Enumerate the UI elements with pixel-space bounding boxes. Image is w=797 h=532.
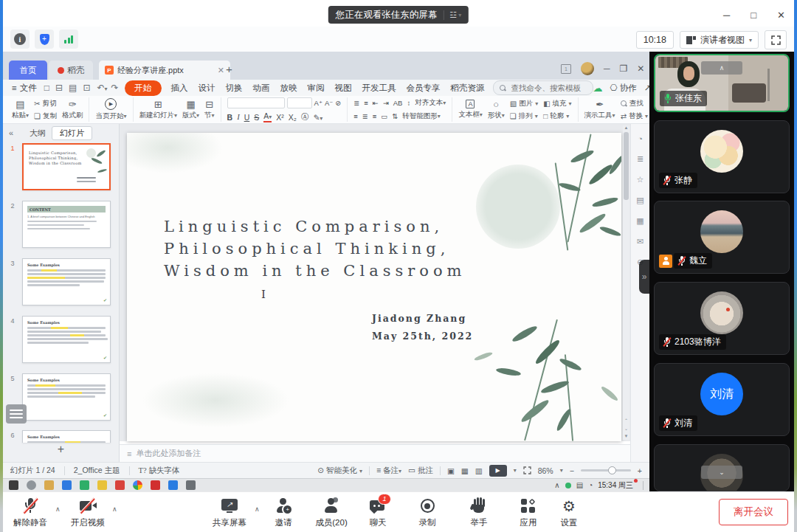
view-mode-selector[interactable]: 演讲者视图▾ (680, 31, 759, 49)
side-star-icon[interactable]: ☆ (637, 175, 644, 184)
slide-thumbnail-3[interactable]: Some Examples ✔ (22, 258, 111, 305)
taskbar-chrome-icon[interactable] (133, 480, 142, 490)
text-box-button[interactable]: A文本框▾ (458, 100, 483, 120)
indent-icon[interactable]: ⇥ (383, 99, 389, 107)
text-effect-button[interactable]: Ⓐ (301, 112, 309, 122)
section-button[interactable]: ⊟节▾ (204, 100, 215, 120)
wps-tab-home[interactable]: 首页 (9, 61, 47, 80)
print-icon[interactable]: ▤ (69, 83, 77, 93)
tray-green-icon[interactable] (565, 483, 571, 488)
char-spacing-icon[interactable]: AB (393, 99, 403, 107)
participant-tile-luoboyang[interactable]: 2103骆博洋 (654, 282, 790, 355)
share-screen-button[interactable]: ↗ 共享屏幕 (206, 497, 253, 528)
zoom-slider-knob[interactable] (608, 466, 616, 474)
fill-button[interactable]: ◧填充▾ (543, 99, 571, 108)
side-mail-icon[interactable]: ✉ (637, 237, 644, 246)
normal-view-icon[interactable]: ▣ (447, 466, 455, 475)
watching-banner[interactable]: 您正在观看张佳东的屏幕 ☳▾ (328, 6, 469, 24)
taskbar-app-icon[interactable] (115, 480, 125, 490)
font-size-combo[interactable] (287, 97, 312, 108)
audio-options-caret[interactable]: ∧ (55, 505, 61, 513)
paste-button[interactable]: ▤粘贴▾ (12, 100, 29, 120)
menu-animation[interactable]: 动画 (253, 83, 270, 94)
italic-button[interactable]: I (237, 113, 240, 121)
system-clock[interactable]: 15:34 周三 (598, 480, 638, 491)
superscript-button[interactable]: X² (276, 113, 284, 122)
new-doc-icon[interactable]: □ (44, 83, 49, 93)
theme-name[interactable]: 2_Office 主题 (74, 466, 120, 476)
fullscreen-button[interactable] (765, 30, 787, 49)
line-spacing-icon[interactable]: ↕ (407, 99, 410, 107)
command-search[interactable] (493, 80, 593, 95)
banner-menu-icon[interactable]: ☳▾ (443, 10, 461, 20)
tab-outline[interactable]: 大纲 (30, 128, 46, 139)
grow-font-button[interactable]: A⁺ (314, 99, 322, 107)
share-options-caret[interactable]: ∧ (255, 505, 260, 513)
arrange-button[interactable]: ❏排列▾ (510, 111, 538, 121)
wps-account-avatar[interactable] (581, 62, 594, 75)
collab-button[interactable]: ⎔ 协作 (610, 83, 637, 94)
highlight-button[interactable]: ✎▾ (313, 113, 322, 122)
beautify-button[interactable]: ⊙ 智能美化 ▾ (317, 466, 362, 476)
clear-format-icon[interactable]: ⊘ (335, 99, 341, 107)
video-options-caret[interactable]: ∧ (112, 505, 117, 513)
participant-tile-partial[interactable]: ⌄ (654, 444, 790, 491)
wps-tab-docer[interactable]: 稻壳 (49, 61, 93, 80)
scrollbar-thumb[interactable] (624, 132, 629, 200)
side-grid-icon[interactable]: ▦ (636, 216, 644, 226)
menu-file[interactable]: ≡ 文件 (12, 83, 37, 94)
scroll-up-icon[interactable]: ▲ (624, 125, 629, 130)
scroll-down-icon[interactable]: ▼ (624, 434, 629, 438)
floating-sidebar-widget[interactable] (6, 404, 27, 424)
zoom-value[interactable]: 86% (538, 466, 553, 475)
slide-thumbnail-4[interactable]: Some Examples ✔ (22, 316, 111, 363)
menu-slideshow[interactable]: 放映 (280, 83, 297, 94)
shrink-font-button[interactable]: A⁻ (325, 99, 333, 107)
close-button[interactable]: ✕ (777, 10, 785, 21)
record-button[interactable]: 录制 (404, 497, 451, 528)
preview-icon[interactable]: ⊡ (83, 83, 90, 93)
next-slide-icon[interactable]: ⌄ (624, 426, 628, 431)
text-direction-icon[interactable]: ⇅ (392, 112, 398, 120)
wps-tab-file[interactable]: P 经验分享讲座.pptx ✕ (99, 61, 230, 80)
settings-button[interactable]: ⚙ 设置 (545, 497, 593, 528)
wps-minimize-button[interactable]: ─ (604, 63, 610, 74)
taskbar-folder-icon[interactable] (97, 480, 107, 490)
panel-expand-handle[interactable]: » (639, 260, 649, 294)
notes-toggle-button[interactable]: ≡ 备注▾ (376, 466, 401, 476)
invite-button[interactable]: + 邀请 (260, 497, 307, 528)
prev-slide-icon[interactable]: ⌃ (624, 418, 628, 423)
taskbar-app-icon[interactable] (9, 480, 18, 490)
tab-slides[interactable]: 幻灯片 (52, 126, 92, 140)
tray-volume-icon[interactable]: ◔ (588, 481, 593, 489)
menu-view[interactable]: 视图 (335, 83, 352, 94)
search-input[interactable] (510, 83, 587, 93)
notes-bar[interactable]: ≡ 单击此处添加备注 (120, 444, 630, 462)
columns-icon[interactable]: ▭ (381, 112, 387, 120)
participant-tile-zhangjing[interactable]: 张静 (654, 120, 790, 193)
minimize-button[interactable]: ─ (723, 10, 730, 21)
align-center-icon[interactable]: ≣ (362, 112, 368, 120)
fit-window-icon[interactable] (523, 466, 531, 474)
align-text-button[interactable]: 对齐文本▾ (415, 98, 446, 108)
participant-tile-zhangjiadong[interactable]: ∧ 张佳东 (654, 54, 790, 112)
window-layout-icon[interactable]: 1 (561, 64, 571, 74)
share-button[interactable]: ↗ 分享 (644, 83, 649, 94)
slide-title[interactable]: Linguistic Comparison, Philosophical Thi… (164, 215, 466, 282)
outdent-icon[interactable]: ⇤ (373, 99, 379, 107)
taskbar-wechat-icon[interactable] (80, 480, 89, 490)
raise-hand-button[interactable]: 举手 (455, 497, 503, 528)
menu-transition[interactable]: 切换 (226, 83, 243, 94)
slide-thumbnail-2[interactable]: CONTENT 1. A brief comparison between Ch… (22, 201, 111, 248)
taskbar-folder-icon[interactable] (44, 480, 54, 490)
new-slide-button[interactable]: ⊞新建幻灯片▾ (139, 100, 178, 120)
participant-tile-liuqing[interactable]: 刘清 刘清 (654, 363, 790, 436)
reading-view-icon[interactable]: ▥ (475, 466, 483, 475)
number-list-icon[interactable]: ≡ (364, 99, 368, 107)
zoom-in-button[interactable]: + (638, 466, 642, 475)
tray-device-icon[interactable]: ▤ (576, 481, 583, 489)
network-status-button[interactable] (59, 30, 78, 49)
members-button[interactable]: 成员(20) (308, 497, 355, 528)
menu-review[interactable]: 审阅 (308, 83, 325, 94)
meeting-info-button[interactable]: i (10, 30, 30, 49)
